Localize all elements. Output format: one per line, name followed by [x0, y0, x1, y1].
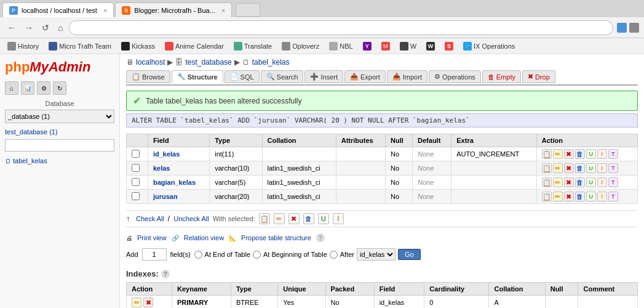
- go-button[interactable]: Go: [398, 249, 421, 260]
- propose-structure-help-icon[interactable]: ?: [316, 233, 325, 242]
- row-primary-icon-2[interactable]: 🗑: [575, 177, 585, 187]
- row-edit-icon-2[interactable]: ✏: [553, 177, 563, 187]
- action-index-icon[interactable]: I: [333, 213, 344, 224]
- bookmark-popular[interactable]: W: [397, 41, 419, 51]
- row-delete-icon-0[interactable]: ✖: [564, 149, 574, 159]
- tab-search[interactable]: 🔍 Search: [261, 70, 304, 83]
- sidebar-stats-icon[interactable]: 📊: [21, 81, 34, 95]
- tab-structure[interactable]: 🔧 Structure: [172, 70, 223, 83]
- bookmark-oploverz[interactable]: Oploverz: [279, 41, 322, 51]
- after-field-select[interactable]: id_kelas: [357, 248, 396, 261]
- field-name-2[interactable]: bagian_kelas: [153, 179, 196, 186]
- field-name-3[interactable]: jurusan: [153, 193, 178, 200]
- bookmark-nbl[interactable]: NBL: [327, 41, 355, 51]
- index-delete-icon-0[interactable]: ✖: [143, 298, 153, 307]
- tab-empty[interactable]: 🗑 Empty: [482, 70, 521, 83]
- row-index-icon-1[interactable]: I: [597, 163, 607, 173]
- row-delete-icon-1[interactable]: ✖: [564, 163, 574, 173]
- breadcrumb-server[interactable]: localhost: [136, 58, 165, 67]
- row-primary-icon-1[interactable]: 🗑: [575, 163, 585, 173]
- print-view-link[interactable]: Print view: [137, 234, 167, 241]
- tab-pma-close[interactable]: ×: [103, 7, 107, 14]
- row-fulltext-icon-0[interactable]: T: [608, 149, 618, 159]
- tab-export[interactable]: 📤 Export: [344, 70, 386, 83]
- tab-sql[interactable]: 📄 SQL: [225, 70, 260, 83]
- row-delete-icon-2[interactable]: ✖: [564, 177, 574, 187]
- row-fulltext-icon-1[interactable]: T: [608, 163, 618, 173]
- sidebar-sync-icon[interactable]: ↻: [53, 81, 66, 95]
- breadcrumb-database[interactable]: test_database: [185, 58, 231, 67]
- row-fulltext-icon-2[interactable]: T: [608, 177, 618, 187]
- action-delete-icon[interactable]: ✖: [288, 213, 300, 224]
- bookmark-y[interactable]: Y: [360, 41, 374, 51]
- bookmark-micro-team[interactable]: Micro Trafh Team: [46, 41, 114, 51]
- propose-structure-link[interactable]: Propose table structure: [241, 234, 311, 241]
- forward-button[interactable]: →: [22, 22, 36, 34]
- tab-browse[interactable]: 📋 Browse: [126, 70, 170, 83]
- row-browse-icon-2[interactable]: 📋: [542, 177, 552, 187]
- sidebar-settings-icon[interactable]: ⚙: [37, 81, 50, 95]
- row-edit-icon-0[interactable]: ✏: [553, 149, 563, 159]
- bookmark-s[interactable]: S: [442, 41, 456, 51]
- bookmark-anime[interactable]: Anime Calendar: [162, 41, 226, 51]
- row-index-icon-3[interactable]: I: [597, 192, 607, 201]
- after-radio[interactable]: [330, 251, 338, 259]
- row-primary-icon-0[interactable]: 🗑: [575, 149, 585, 159]
- row-browse-icon-3[interactable]: 📋: [542, 192, 552, 201]
- action-unique-icon[interactable]: U: [318, 213, 329, 224]
- row-fulltext-icon-3[interactable]: T: [608, 192, 618, 201]
- tab-drop[interactable]: ✖ Drop: [522, 70, 555, 83]
- row-browse-icon-1[interactable]: 📋: [542, 163, 552, 173]
- action-edit-icon[interactable]: ✏: [274, 213, 285, 224]
- tab-blogger[interactable]: B Blogger: Microtrafh - Bua... ×: [115, 2, 232, 17]
- field-name-1[interactable]: kelas: [153, 164, 170, 172]
- at-end-radio[interactable]: [194, 251, 202, 259]
- row-unique-icon-2[interactable]: U: [586, 177, 596, 187]
- tab-blogger-close[interactable]: ×: [221, 7, 225, 14]
- action-browse-icon[interactable]: 📋: [259, 213, 270, 224]
- at-beginning-radio[interactable]: [253, 251, 261, 259]
- database-select[interactable]: _database (1): [5, 110, 114, 123]
- home-button[interactable]: ⌂: [55, 22, 65, 34]
- row-browse-icon-0[interactable]: 📋: [542, 149, 552, 159]
- row-checkbox-2[interactable]: [132, 178, 140, 186]
- row-unique-icon-3[interactable]: U: [586, 192, 596, 201]
- bookmark-translate[interactable]: Translate: [231, 41, 274, 51]
- row-unique-icon-1[interactable]: U: [586, 163, 596, 173]
- bookmark-w[interactable]: W: [424, 41, 437, 51]
- action-primary-icon[interactable]: 🗑: [303, 213, 314, 224]
- address-input[interactable]: localhost/phpmyadmin/: [69, 20, 613, 35]
- add-field-input[interactable]: 1: [142, 248, 167, 261]
- row-edit-icon-3[interactable]: ✏: [553, 192, 563, 201]
- index-edit-icon-0[interactable]: ✏: [132, 298, 141, 307]
- breadcrumb-table[interactable]: tabel_kelas: [252, 58, 290, 67]
- row-primary-icon-3[interactable]: 🗑: [575, 192, 585, 201]
- tab-insert[interactable]: ➕ Insert: [304, 70, 343, 83]
- bookmark-gmail[interactable]: M: [379, 41, 392, 51]
- bookmark-ix-operations[interactable]: 🐦 IX Operations: [461, 41, 517, 51]
- db-link[interactable]: test_database (1): [5, 128, 114, 136]
- uncheck-all-link[interactable]: Uncheck All: [173, 215, 209, 222]
- sidebar-table-item[interactable]: 🗋 tabel_kelas: [5, 156, 114, 165]
- sidebar-search-input[interactable]: [5, 139, 114, 152]
- row-unique-icon-0[interactable]: U: [586, 149, 596, 159]
- row-edit-icon-1[interactable]: ✏: [553, 163, 563, 173]
- sidebar-home-icon[interactable]: ⌂: [5, 81, 18, 95]
- back-button[interactable]: ←: [5, 22, 18, 34]
- bookmark-history[interactable]: History: [5, 41, 41, 51]
- new-tab-area[interactable]: [236, 3, 260, 17]
- row-checkbox-3[interactable]: [132, 192, 140, 200]
- tab-import[interactable]: 📥 Import: [387, 70, 427, 83]
- row-checkbox-1[interactable]: [132, 164, 140, 172]
- field-name-0[interactable]: id_kelas: [153, 150, 180, 158]
- row-checkbox-0[interactable]: [132, 150, 140, 158]
- reload-button[interactable]: ↺: [39, 22, 52, 34]
- tab-pma[interactable]: P localhost / localhost / test ×: [2, 2, 114, 17]
- indexes-help-icon[interactable]: ?: [161, 270, 170, 278]
- relation-view-link[interactable]: Relation view: [184, 234, 224, 241]
- bookmark-kickass[interactable]: Kickass: [119, 41, 157, 51]
- check-all-link[interactable]: Check All: [136, 215, 164, 222]
- row-index-icon-2[interactable]: I: [597, 177, 607, 187]
- row-index-icon-0[interactable]: I: [597, 149, 607, 159]
- tab-operations[interactable]: ⚙ Operations: [429, 70, 481, 83]
